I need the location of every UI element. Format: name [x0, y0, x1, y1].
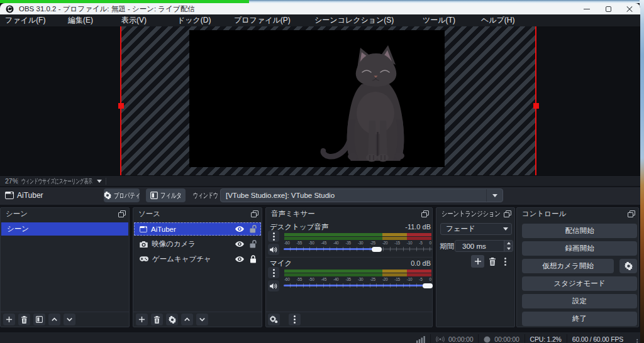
window-select-combobox[interactable]: [VTube Studio.exe]: VTube Studio — [220, 188, 503, 202]
filter-icon — [36, 316, 43, 323]
obs-logo-icon — [6, 5, 14, 13]
eye-icon[interactable] — [235, 256, 244, 262]
scenes-dock-header[interactable]: シーン — [1, 208, 129, 219]
lock-icon[interactable] — [250, 255, 257, 263]
start-recording-button[interactable]: 録画開始 — [522, 241, 637, 256]
mute-button[interactable] — [268, 244, 279, 255]
sources-dock-header[interactable]: ソース — [133, 208, 262, 219]
remove-transition-button[interactable] — [487, 256, 498, 267]
start-virtual-camera-button[interactable]: 仮想カメラ開始 — [522, 259, 614, 273]
transition-combobox[interactable]: フェード — [440, 223, 512, 235]
popout-icon[interactable] — [251, 210, 258, 217]
settings-button[interactable]: 設定 — [522, 294, 637, 308]
scene-transitions-dock: シーントランジション フェード 期間 300 ms — [436, 207, 515, 327]
volume-slider[interactable] — [284, 283, 433, 288]
mixer-options-button[interactable] — [289, 313, 301, 325]
menu-view[interactable]: 表示(V) — [121, 14, 147, 26]
add-source-button[interactable] — [136, 313, 148, 325]
exit-button[interactable]: 終了 — [522, 312, 637, 326]
advanced-audio-button[interactable] — [268, 313, 280, 325]
menu-file[interactable]: ファイル(F) — [5, 14, 45, 26]
popout-icon[interactable] — [628, 210, 635, 217]
obs-window: OBS 31.0.2 - プロファイル: 無題 - シーン: ライブ配信 ファイ… — [0, 3, 640, 343]
duration-row: 期間 300 ms — [436, 240, 514, 252]
menu-scene-collection[interactable]: シーンコレクション(S) — [314, 14, 394, 26]
mixer-dock-header[interactable]: 音声ミキサー — [266, 208, 432, 219]
scenes-list: シーン — [1, 222, 128, 237]
menu-help[interactable]: ヘルプ(H) — [481, 14, 515, 26]
gear-icon — [104, 192, 111, 199]
properties-button[interactable]: プロパティ — [104, 188, 140, 202]
remove-scene-button[interactable] — [18, 313, 30, 325]
channel-db-value: 0.0 dB — [411, 259, 431, 267]
window-controls — [576, 3, 640, 14]
window-capture-icon — [5, 192, 14, 199]
mute-button[interactable] — [268, 280, 279, 291]
remove-source-button[interactable] — [151, 313, 163, 325]
selection-handle-right[interactable] — [533, 103, 539, 109]
move-source-down-button[interactable] — [196, 313, 208, 325]
add-scene-button[interactable] — [3, 313, 15, 325]
start-streaming-button[interactable]: 配信開始 — [522, 224, 637, 238]
controls-dock-header[interactable]: コントロール — [517, 208, 638, 219]
channel-options-button[interactable] — [268, 231, 279, 242]
move-source-up-button[interactable] — [181, 313, 193, 325]
unlock-icon[interactable] — [250, 240, 257, 248]
volume-slider-handle[interactable] — [372, 247, 382, 252]
source-item-label: AiTuber — [151, 226, 176, 233]
menu-edit[interactable]: 編集(E) — [68, 14, 93, 26]
channel-options-button[interactable] — [268, 267, 279, 278]
fps-display: 60.00 / 60.00 FPS — [567, 334, 628, 343]
menu-tools[interactable]: ツール(T) — [423, 14, 455, 26]
resize-grip[interactable] — [631, 338, 639, 343]
menubar: ファイル(F) 編集(E) 表示(V) ドック(D) プロファイル(P) シーン… — [0, 14, 640, 26]
source-properties-button[interactable] — [166, 313, 178, 325]
chevron-down-icon[interactable] — [97, 180, 102, 183]
popout-icon[interactable] — [421, 210, 428, 217]
virtual-camera-settings-button[interactable] — [619, 259, 637, 273]
scene-item[interactable]: シーン — [1, 222, 128, 236]
transition-options-button[interactable] — [501, 256, 509, 267]
close-button[interactable] — [619, 3, 640, 14]
menu-profile[interactable]: プロファイル(P) — [234, 14, 291, 26]
source-item-aituber[interactable]: AiTuber — [134, 222, 261, 236]
eye-icon[interactable] — [235, 226, 244, 232]
program-canvas[interactable] — [189, 30, 445, 167]
source-item-game-capture[interactable]: ゲームキャプチャ — [134, 253, 261, 266]
move-scene-down-button[interactable] — [64, 313, 75, 325]
volume-slider[interactable] — [284, 247, 433, 252]
scaling-mode-label[interactable]: ウィンドウサイズにスケーリング表示 — [21, 176, 94, 187]
channel-buttons — [268, 267, 279, 293]
source-item-camera[interactable]: 映像のカメラ — [134, 237, 261, 251]
vu-meter — [284, 237, 431, 240]
preview-area[interactable] — [0, 26, 640, 175]
unlock-icon[interactable] — [250, 225, 257, 233]
popout-icon[interactable] — [504, 210, 511, 217]
spin-down-button[interactable] — [504, 246, 513, 251]
cpu-value: CPU: 1.2% — [530, 335, 562, 343]
selection-handle-left[interactable] — [118, 103, 124, 109]
selection-edge-right — [535, 26, 536, 175]
scene-filters-button[interactable] — [33, 313, 45, 325]
filters-button[interactable]: フィルタ — [146, 188, 186, 202]
source-item-label: ゲームキャプチャ — [152, 254, 211, 264]
move-scene-up-button[interactable] — [48, 313, 60, 325]
add-transition-button[interactable] — [471, 255, 484, 268]
volume-slider-handle[interactable] — [423, 283, 433, 288]
scene-item-label: シーン — [7, 224, 29, 234]
spin-up-button[interactable] — [504, 241, 513, 246]
duration-spinbox[interactable]: 300 ms — [455, 240, 513, 252]
minimize-button[interactable] — [576, 3, 597, 14]
trash-icon — [21, 316, 28, 324]
properties-label: プロパティ — [114, 191, 133, 200]
popout-icon[interactable] — [118, 210, 125, 217]
eye-icon[interactable] — [235, 241, 244, 247]
meter-area: -60-55-50-45-40-35-30-25-20-15-10-50 — [284, 233, 431, 245]
transitions-dock-header[interactable]: シーントランジション — [436, 208, 514, 219]
studio-mode-button[interactable]: スタジオモード — [522, 276, 637, 291]
maximize-button[interactable] — [597, 3, 619, 14]
zoom-percent[interactable]: 27% — [5, 176, 18, 187]
menu-docks[interactable]: ドック(D) — [177, 14, 211, 26]
record-time: 00:00:00 — [494, 335, 519, 343]
item-controls — [235, 255, 257, 263]
